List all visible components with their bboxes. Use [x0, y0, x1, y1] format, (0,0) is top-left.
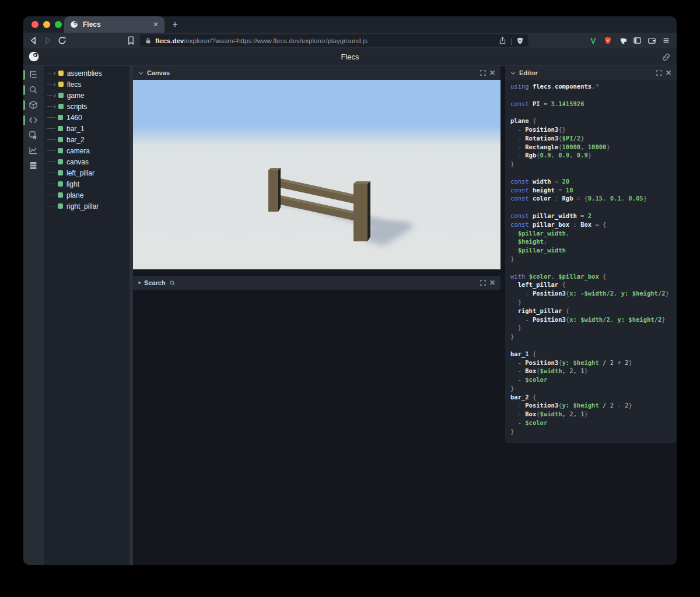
3d-canvas[interactable] [133, 80, 501, 269]
code-line[interactable]: right_pillar { [510, 307, 677, 315]
entity-label: assemblies [67, 69, 102, 78]
code-line[interactable]: } [510, 324, 677, 332]
code-line[interactable]: - Box{$width, 2, 1} [510, 410, 677, 419]
menu-icon[interactable] [662, 36, 671, 45]
entity-kind-square [58, 93, 64, 98]
back-button[interactable] [29, 36, 38, 45]
code-line[interactable]: bar_1 { [510, 350, 677, 359]
search-icon-button[interactable] [23, 84, 44, 97]
tree-item[interactable]: ›game [44, 90, 130, 101]
new-tab-button[interactable]: + [169, 19, 181, 30]
window-close-button[interactable] [32, 21, 38, 28]
window-minimize-button[interactable] [43, 21, 50, 28]
url-bar[interactable]: flecs.dev/explorer/?wasm=https://www.fle… [140, 34, 528, 47]
wallet-icon[interactable] [647, 36, 656, 45]
collapsed-indicator-icon[interactable] [138, 282, 141, 284]
code-line[interactable]: const pillar_width = 2 [510, 212, 677, 220]
tree-item[interactable]: bar_2 [44, 134, 130, 145]
entity-kind-square [58, 148, 63, 153]
tree-item[interactable]: left_pillar [44, 167, 130, 178]
code-line[interactable]: left_pillar { [510, 280, 677, 289]
close-icon[interactable]: ✕ [489, 69, 495, 76]
code-line[interactable]: - $color [510, 375, 677, 384]
code-line[interactable]: } [510, 298, 677, 307]
reload-button[interactable] [57, 36, 67, 45]
code-icon-button[interactable] [23, 114, 44, 127]
code-line[interactable]: - Position3{x: $width/2, y: $height/2} [510, 315, 677, 324]
tree-item[interactable]: bar_1 [44, 123, 130, 134]
bookmark-icon[interactable] [126, 36, 136, 45]
code-line[interactable]: with $color, $pillar_box { [510, 272, 677, 281]
expand-icon[interactable] [480, 70, 486, 76]
code-line[interactable] [510, 168, 677, 177]
code-line[interactable]: } [510, 255, 677, 264]
code-line[interactable]: - Position3{y: $height / 2 - 2} [510, 401, 677, 410]
expand-icon[interactable] [480, 280, 486, 286]
tree-item[interactable]: canvas [44, 156, 130, 167]
code-line[interactable]: plane { [510, 117, 677, 125]
code-line[interactable]: - Rectangle{10000, 10000} [510, 143, 677, 152]
code-line[interactable]: - $color [510, 419, 677, 427]
code-line[interactable]: - Position3{x: -$width/2, y: $height/2} [510, 289, 677, 298]
inspect-icon-button[interactable] [23, 129, 44, 142]
code-line[interactable]: - Position3{y: $height / 2 + 2} [510, 359, 677, 367]
tree-item[interactable]: right_pillar [44, 201, 130, 212]
code-line[interactable] [510, 91, 677, 100]
share-icon[interactable] [499, 37, 506, 44]
code-line[interactable] [510, 341, 677, 350]
brave-shields-icon[interactable] [516, 37, 524, 45]
code-line[interactable]: bar_2 { [510, 393, 677, 402]
code-line[interactable]: - Rotation3{$PI/2} [510, 134, 677, 143]
code-line[interactable] [510, 264, 677, 272]
expand-arrow-icon[interactable]: › [54, 81, 56, 87]
entity-kind-square [58, 170, 63, 175]
code-line[interactable]: const width = 20 [510, 177, 677, 186]
code-line[interactable]: const height = 10 [510, 186, 677, 195]
forward-button[interactable] [43, 36, 52, 45]
code-line[interactable]: } [510, 384, 677, 393]
code-line[interactable]: - Position3{} [510, 125, 677, 134]
tables-icon-button[interactable] [23, 160, 44, 173]
code-line[interactable]: const PI = 3.1415926 [510, 100, 677, 108]
browser-tab[interactable]: Flecs ✕ [64, 16, 164, 33]
expand-arrow-icon[interactable]: › [54, 103, 56, 110]
code-line[interactable] [510, 203, 677, 212]
tree-item[interactable]: ›flecs [44, 79, 130, 90]
link-icon[interactable] [662, 52, 671, 62]
chevron-down-icon[interactable] [138, 71, 144, 76]
code-line[interactable]: $height, [510, 237, 677, 246]
brave-rewards-icon[interactable] [603, 36, 612, 45]
script-editor[interactable]: using flecs.components.* const PI = 3.14… [505, 80, 677, 443]
tree-item[interactable]: ›scripts [44, 101, 130, 112]
code-line[interactable]: - Rgb{0.9, 0.9, 0.9} [510, 151, 677, 160]
extensions-puzzle-icon[interactable] [618, 36, 627, 45]
tab-close-icon[interactable]: ✕ [153, 21, 159, 28]
entity-kind-square [58, 126, 63, 131]
code-line[interactable]: - Box{$width, 2, 1} [510, 367, 677, 375]
hierarchy-icon-button[interactable] [23, 69, 44, 82]
tree-item[interactable]: 1460 [44, 112, 130, 123]
code-line[interactable]: const color : Rgb = {0.15, 0.1, 0.05} [510, 194, 677, 203]
stats-icon-button[interactable] [23, 145, 44, 157]
expand-arrow-icon[interactable]: › [54, 70, 56, 76]
tool-sidebar [23, 66, 44, 565]
tree-item[interactable]: ›assemblies [44, 68, 130, 79]
code-line[interactable] [510, 108, 677, 117]
tree-item[interactable]: light [44, 178, 130, 189]
expand-arrow-icon[interactable]: › [54, 92, 56, 99]
code-line[interactable]: } [510, 160, 677, 168]
window-zoom-button[interactable] [55, 21, 62, 28]
code-line[interactable]: using flecs.components.* [510, 82, 677, 91]
close-icon[interactable]: ✕ [489, 279, 495, 286]
fence-left-pillar [268, 168, 281, 212]
code-line[interactable]: } [510, 427, 677, 436]
code-line[interactable]: const pillar_box : Box = { [510, 220, 677, 229]
code-line[interactable]: } [510, 332, 677, 341]
tree-item[interactable]: camera [44, 145, 130, 156]
cube-icon-button[interactable] [23, 99, 44, 112]
code-line[interactable]: $pillar_width [510, 246, 677, 255]
code-line[interactable]: $pillar_width, [510, 229, 677, 238]
tree-item[interactable]: plane [44, 189, 130, 201]
sidebar-toggle-icon[interactable] [632, 36, 642, 45]
vue-devtools-icon[interactable]: V [589, 36, 598, 45]
